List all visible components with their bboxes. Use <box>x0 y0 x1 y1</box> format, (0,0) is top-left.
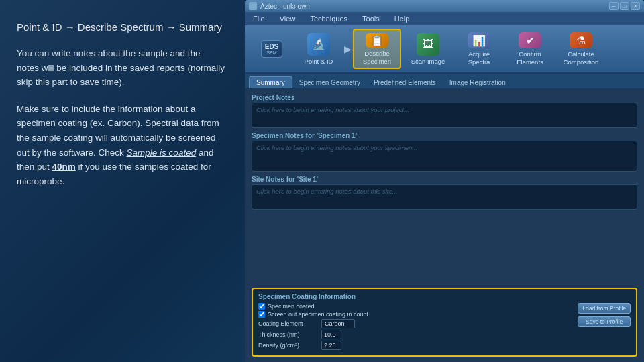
left-panel: Point & ID → Describe Spectrum → Summary… <box>0 0 241 362</box>
specimen-notes-input[interactable]: Click here to begin entering notes about… <box>252 141 637 172</box>
coating-check2-row: Screen out specimen coating in count <box>258 311 572 318</box>
site-notes-placeholder: Click here to begin entering notes about… <box>256 188 633 195</box>
coating-left: Specimen coated Screen out specimen coat… <box>258 303 572 351</box>
coating-element-input[interactable] <box>321 319 355 328</box>
acquire-icon: 📊 <box>468 32 490 48</box>
coating-title: Specimen Coating Information <box>258 293 631 300</box>
menu-tools[interactable]: Tools <box>360 15 382 23</box>
breadcrumb-text: Point & ID → Describe Spectrum → Summary <box>17 21 222 33</box>
coating-section: Specimen Coating Information Specimen co… <box>252 288 637 357</box>
toolbar: EDS SEM 🔬 Point & ID ▶ 📋 Describe Specim… <box>245 25 644 74</box>
specimen-notes-section: Specimen Notes for 'Specimen 1' Click he… <box>252 132 637 172</box>
toolbar-acquire-button[interactable]: 📊 Acquire Spectra <box>455 29 503 69</box>
coating-element-label: Coating Element <box>258 320 319 327</box>
tab-summary[interactable]: Summary <box>249 76 292 88</box>
coating-check1-checkbox[interactable] <box>258 303 265 310</box>
menu-file[interactable]: File <box>250 15 268 23</box>
menu-help[interactable]: Help <box>392 15 413 23</box>
coating-check2-label: Screen out specimen coating in count <box>268 311 368 318</box>
project-notes-input[interactable]: Click here to begin entering notes about… <box>252 103 637 128</box>
coating-check2-checkbox[interactable] <box>258 311 265 318</box>
coating-element-field: Coating Element <box>258 319 572 328</box>
coating-density-input[interactable] <box>321 341 341 350</box>
scanimage-icon: 🖼 <box>417 33 439 56</box>
site-notes-title: Site Notes for 'Site 1' <box>252 176 637 183</box>
content-area: Project Notes Click here to begin enteri… <box>245 88 644 362</box>
site-notes-section: Site Notes for 'Site 1' Click here to be… <box>252 176 637 210</box>
window-controls[interactable]: ─ □ ✕ <box>609 2 640 10</box>
scanimage-label: Scan Image <box>411 58 445 65</box>
coating-thickness-label: Thickness (nm) <box>258 331 319 338</box>
app-title: Aztec - unknown <box>260 3 310 10</box>
arrow-icon: ▶ <box>344 44 352 54</box>
title-bar: Aztec - unknown ─ □ ✕ <box>245 0 644 12</box>
coating-thickness-field: Thickness (nm) <box>258 330 572 339</box>
tab-bar: Summary Specimen Geometry Predefined Ele… <box>245 74 644 88</box>
pointid-icon: 🔬 <box>307 33 330 56</box>
site-notes-input[interactable]: Click here to begin entering notes about… <box>252 184 637 210</box>
acquire-label: Acquire Spectra <box>458 50 500 66</box>
tab-image-registration[interactable]: Image Registration <box>443 76 513 88</box>
tab-predefined-elements[interactable]: Predefined Elements <box>367 76 443 88</box>
specimen-notes-title: Specimen Notes for 'Specimen 1' <box>252 132 637 139</box>
coating-check1-row: Specimen coated <box>258 303 572 310</box>
coating-grid: Specimen coated Screen out specimen coat… <box>258 303 631 351</box>
close-button[interactable]: ✕ <box>631 2 640 10</box>
project-notes-title: Project Notes <box>252 94 637 101</box>
maximize-button[interactable]: □ <box>620 2 629 10</box>
calculate-icon: ⚗ <box>570 32 592 48</box>
specimen-notes-placeholder: Click here to begin entering notes about… <box>256 144 633 152</box>
menu-techniques[interactable]: Techniques <box>307 15 350 23</box>
calculate-label: Calculate Composition <box>560 50 602 66</box>
coating-right: Load from Profile Save to Profile <box>578 303 631 351</box>
menu-view[interactable]: View <box>277 15 299 23</box>
confirm-icon: ✔ <box>519 32 541 48</box>
toolbar-pointid-button[interactable]: 🔬 Point & ID <box>294 29 343 69</box>
save-profile-button[interactable]: Save to Profile <box>578 316 631 327</box>
paragraph-1-text: You can write notes about the sample and… <box>17 48 225 87</box>
toolbar-describe-button[interactable]: 📋 Describe Specimen <box>353 29 401 69</box>
toolbar-confirm-button[interactable]: ✔ Confirm Elements <box>506 29 554 69</box>
minimize-button[interactable]: ─ <box>609 2 619 10</box>
toolbar-scanimage-button[interactable]: 🖼 Scan Image <box>404 29 452 69</box>
menu-bar: File View Techniques Tools Help <box>245 12 644 25</box>
describe-icon: 📋 <box>366 33 388 48</box>
project-notes-section: Project Notes Click here to begin enteri… <box>252 94 637 128</box>
project-notes-placeholder: Click here to begin entering notes about… <box>256 106 633 113</box>
confirm-label: Confirm Elements <box>509 50 551 66</box>
sample-is-coated-ref: Sample is coated <box>127 147 197 158</box>
coating-check1-label: Specimen coated <box>268 303 315 310</box>
coating-density-label: Density (g/cm³) <box>258 342 319 349</box>
paragraph-2-intro: Make sure to include the information abo… <box>17 104 219 186</box>
coating-thickness-input[interactable] <box>321 330 341 339</box>
toolbar-calculate-button[interactable]: ⚗ Calculate Composition <box>557 29 605 69</box>
coating-density-field: Density (g/cm³) <box>258 341 572 350</box>
breadcrumb: Point & ID → Describe Spectrum → Summary <box>17 20 225 34</box>
paragraph-1: You can write notes about the sample and… <box>17 46 225 90</box>
40nm-ref: 40nm <box>52 162 76 172</box>
app-icon <box>249 2 257 10</box>
describe-label: Describe Specimen <box>357 50 397 65</box>
paragraph-2: Make sure to include the information abo… <box>17 102 225 189</box>
right-panel: Aztec - unknown ─ □ ✕ File View Techniqu… <box>245 0 644 362</box>
pointid-label: Point & ID <box>305 58 333 65</box>
tab-specimen-geometry[interactable]: Specimen Geometry <box>292 76 367 88</box>
load-profile-button[interactable]: Load from Profile <box>578 303 631 314</box>
